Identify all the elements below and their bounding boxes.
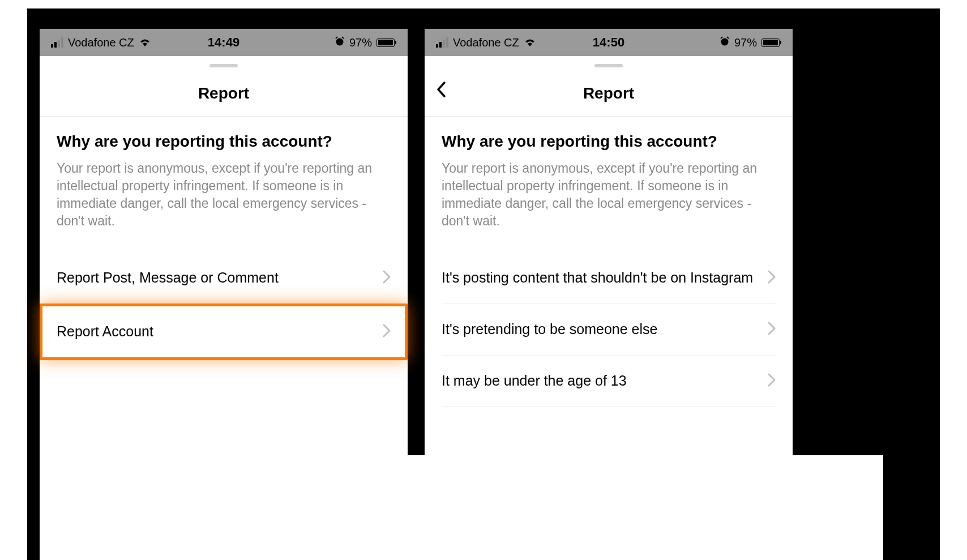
battery-icon: [761, 39, 781, 47]
status-time: 14:49: [208, 35, 239, 50]
report-description: Your report is anonymous, except if you'…: [57, 160, 391, 230]
wifi-icon: [139, 36, 151, 49]
status-bar: Vodafone CZ 14:49 97%: [40, 29, 408, 56]
option-label: Report Account: [57, 322, 376, 341]
chevron-right-icon: [768, 373, 776, 389]
chevron-right-icon: [383, 270, 391, 286]
cell-signal-icon: [51, 37, 63, 48]
status-left: Vodafone CZ: [51, 36, 151, 49]
option-report-account[interactable]: Report Account: [40, 303, 408, 360]
report-description: Your report is anonymous, except if you'…: [442, 160, 776, 230]
option-label: It may be under the age of 13: [442, 371, 761, 391]
option-label: It's posting content that shouldn't be o…: [442, 268, 761, 288]
cell-signal-icon: [436, 37, 448, 48]
svg-point-1: [721, 38, 728, 45]
status-bar: Vodafone CZ 14:50 97%: [425, 29, 793, 56]
back-button[interactable]: [436, 81, 446, 102]
alarm-icon: [720, 36, 730, 49]
sheet-header: Report: [40, 67, 408, 117]
status-left: Vodafone CZ: [436, 36, 536, 49]
screenshot-container: Vodafone CZ 14:49 97% Report: [27, 8, 940, 560]
carrier-label: Vodafone CZ: [453, 36, 519, 49]
battery-icon: [376, 39, 396, 47]
sheet-title: Report: [583, 84, 634, 102]
option-posting-content[interactable]: It's posting content that shouldn't be o…: [442, 253, 776, 303]
option-under-age[interactable]: It may be under the age of 13: [442, 355, 776, 407]
status-time: 14:50: [593, 35, 624, 50]
wifi-icon: [524, 36, 536, 49]
alarm-icon: [335, 36, 345, 49]
report-heading: Why are you reporting this account?: [442, 132, 776, 151]
option-label: Report Post, Message or Comment: [57, 268, 376, 288]
battery-percent: 97%: [349, 36, 372, 49]
sheet-title: Report: [198, 84, 249, 102]
chevron-right-icon: [768, 270, 776, 286]
carrier-label: Vodafone CZ: [68, 36, 134, 49]
divider: [442, 406, 776, 407]
status-right: 97%: [335, 36, 396, 49]
chevron-right-icon: [768, 322, 776, 337]
chevron-right-icon: [383, 324, 391, 340]
battery-percent: 97%: [734, 36, 757, 49]
white-strip: [84, 455, 883, 560]
status-right: 97%: [720, 36, 781, 49]
report-heading: Why are you reporting this account?: [57, 132, 391, 151]
svg-point-0: [336, 38, 343, 45]
option-label: It's pretending to be someone else: [442, 320, 761, 339]
option-report-post[interactable]: Report Post, Message or Comment: [57, 253, 391, 303]
option-pretending[interactable]: It's pretending to be someone else: [442, 303, 776, 355]
sheet-header: Report: [425, 67, 793, 117]
